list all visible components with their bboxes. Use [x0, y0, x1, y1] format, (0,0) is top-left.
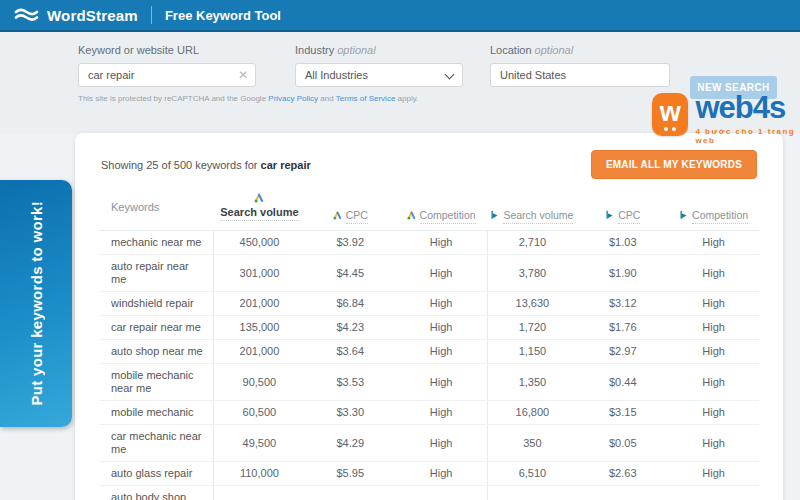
keywords-table: Keywords Search volume CPC	[99, 193, 759, 500]
google-search-volume-cell: 135,000	[214, 486, 305, 500]
results-summary: Showing 25 of 500 keywords for car repai…	[101, 159, 311, 171]
bing-cpc-cell: $2.63	[577, 462, 668, 485]
brand-name: WordStream	[47, 7, 138, 24]
bing-cpc-cell: $2.17	[577, 486, 668, 500]
industry-selected-value: All Industries	[305, 69, 368, 81]
google-competition-cell: High	[396, 255, 487, 291]
keyword-cell: auto glass repair	[99, 462, 214, 485]
keyword-cell: auto body shop near me	[99, 486, 214, 500]
email-all-keywords-button[interactable]: EMAIL ALL MY KEYWORDS	[591, 150, 757, 179]
industry-field-group: Industryoptional All Industries	[295, 44, 463, 87]
bing-icon	[490, 210, 499, 220]
location-input[interactable]	[490, 63, 670, 87]
google-search-volume-cell: 135,000	[214, 316, 305, 339]
google-ads-icon	[407, 211, 416, 220]
google-cpc-cell: $4.29	[305, 425, 396, 461]
google-search-volume-cell: 110,000	[214, 462, 305, 485]
table-row: car mechanic near me49,500$4.29High350$0…	[99, 425, 759, 462]
google-ads-icon	[254, 193, 264, 203]
google-cpc-cell: $3.53	[305, 364, 396, 400]
bing-search-volume-cell: 910	[487, 486, 578, 500]
keywords-column-header: Keywords	[99, 201, 214, 213]
bing-icon	[679, 210, 688, 220]
bing-competition-cell: High	[668, 316, 759, 339]
bing-cpc-cell: $3.15	[577, 401, 668, 424]
location-field-group: Locationoptional	[490, 44, 670, 87]
bing-search-volume-cell: 13,630	[487, 292, 578, 315]
keyword-field-label: Keyword or website URL	[78, 44, 256, 56]
bing-cpc-cell: $1.90	[577, 255, 668, 291]
bing-cpc-cell: $0.44	[577, 364, 668, 400]
web4s-tagline: 4 bước cho 1 trang web	[695, 127, 800, 145]
table-row: mobile mechanic60,500$3.30High16,800$3.1…	[99, 401, 759, 425]
privacy-policy-link[interactable]: Privacy Policy	[268, 94, 318, 103]
bing-cpc-cell: $1.03	[577, 231, 668, 254]
web4s-logo-icon: w	[652, 93, 688, 136]
bing-competition-column-header[interactable]: Competition	[668, 209, 759, 221]
put-keywords-to-work-tab[interactable]: Put your keywords to work!	[0, 180, 72, 427]
google-competition-cell: High	[396, 231, 487, 254]
bing-cpc-cell: $1.76	[577, 316, 668, 339]
bing-cpc-cell: $3.12	[577, 292, 668, 315]
google-cpc-cell: $6.84	[305, 292, 396, 315]
bing-search-volume-cell: 1,350	[487, 364, 578, 400]
google-cpc-cell: $5.95	[305, 462, 396, 485]
wordstream-wave-icon	[14, 7, 39, 24]
google-cpc-column-header[interactable]: CPC	[305, 209, 396, 221]
bing-competition-cell: High	[668, 462, 759, 485]
page-title: Free Keyword Tool	[165, 8, 281, 23]
topbar-divider	[151, 6, 152, 24]
google-search-volume-cell: 450,000	[214, 231, 305, 254]
bing-competition-cell: High	[668, 255, 759, 291]
google-competition-cell: High	[396, 425, 487, 461]
bing-search-volume-column-header[interactable]: Search volume	[487, 209, 578, 221]
table-row: car repair near me135,000$4.23High1,720$…	[99, 316, 759, 340]
summary-keyword: car repair	[261, 159, 311, 171]
google-cpc-cell: $3.92	[305, 231, 396, 254]
google-competition-cell: High	[396, 316, 487, 339]
table-row: mobile mechanic near me90,500$3.53High1,…	[99, 364, 759, 401]
terms-of-service-link[interactable]: Terms of Service	[336, 94, 396, 103]
bing-search-volume-cell: 2,710	[487, 231, 578, 254]
bing-competition-cell: High	[668, 486, 759, 500]
bing-competition-cell: High	[668, 401, 759, 424]
google-cpc-cell: $4.23	[305, 316, 396, 339]
google-search-volume-cell: 201,000	[214, 292, 305, 315]
web4s-brand-text: web4s	[695, 93, 800, 123]
table-row: auto glass repair110,000$5.95High6,510$2…	[99, 462, 759, 486]
recaptcha-notice: This site is protected by reCAPTCHA and …	[78, 94, 418, 103]
wordstream-logo[interactable]: WordStream	[14, 7, 138, 24]
bing-cpc-cell: $0.05	[577, 425, 668, 461]
bing-search-volume-cell: 1,720	[487, 316, 578, 339]
table-row: auto shop near me201,000$3.64High1,150$2…	[99, 340, 759, 364]
google-competition-cell: High	[396, 292, 487, 315]
keyword-cell: car mechanic near me	[99, 425, 214, 461]
clear-keyword-icon[interactable]: ✕	[238, 69, 248, 81]
keyword-cell: mechanic near me	[99, 231, 214, 254]
bing-cpc-cell: $2.97	[577, 340, 668, 363]
keyword-input[interactable]	[78, 63, 256, 87]
google-competition-cell: High	[396, 486, 487, 500]
google-competition-cell: High	[396, 340, 487, 363]
bing-competition-cell: High	[668, 292, 759, 315]
google-cpc-cell: $3.64	[305, 340, 396, 363]
google-search-volume-cell: 90,500	[214, 364, 305, 400]
google-search-volume-column-header[interactable]: Search volume	[214, 193, 305, 221]
keyword-cell: car repair near me	[99, 316, 214, 339]
table-header-row: Keywords Search volume CPC	[99, 193, 759, 231]
bing-cpc-column-header[interactable]: CPC	[577, 209, 668, 221]
google-competition-column-header[interactable]: Competition	[396, 209, 487, 221]
google-cpc-cell: $4.47	[305, 486, 396, 500]
location-field-label: Locationoptional	[490, 44, 670, 56]
google-cpc-cell: $3.30	[305, 401, 396, 424]
bing-competition-cell: High	[668, 231, 759, 254]
google-cpc-cell: $4.45	[305, 255, 396, 291]
bing-search-volume-cell: 16,800	[487, 401, 578, 424]
google-competition-cell: High	[396, 401, 487, 424]
google-search-volume-cell: 201,000	[214, 340, 305, 363]
keyword-field-group: Keyword or website URL ✕	[78, 44, 256, 87]
keyword-cell: mobile mechanic near me	[99, 364, 214, 400]
industry-select[interactable]: All Industries	[295, 63, 463, 87]
bing-search-volume-cell: 350	[487, 425, 578, 461]
bing-competition-cell: High	[668, 364, 759, 400]
